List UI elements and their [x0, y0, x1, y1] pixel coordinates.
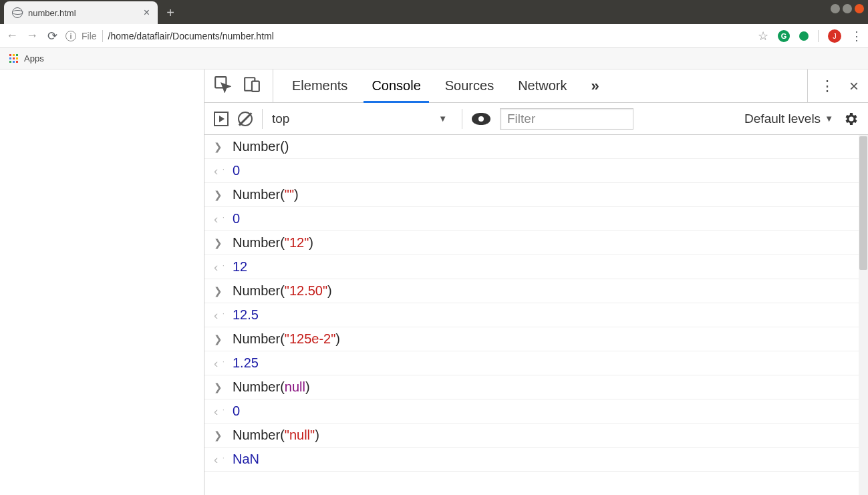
devtools-panel: Elements Console Sources Network » ⋮ × t… [204, 69, 868, 495]
new-tab-button[interactable]: + [160, 3, 180, 23]
chevron-down-icon: ▼ [825, 114, 833, 124]
toggle-drawer-icon[interactable] [214, 112, 229, 126]
globe-icon [12, 7, 23, 18]
chevron-right-icon: ❯ [214, 381, 223, 393]
inspect-element-icon[interactable] [214, 75, 231, 96]
scrollbar-thumb[interactable] [859, 136, 867, 270]
code-text: 0 [233, 211, 240, 226]
code-text: 0 [233, 403, 240, 419]
window-maximize-button[interactable] [843, 4, 852, 13]
console-input-row[interactable]: ❯Number() [204, 135, 868, 159]
tab-sources[interactable]: Sources [445, 69, 494, 102]
console-input-row[interactable]: ❯Number("null") [204, 424, 868, 448]
page-content [0, 69, 204, 495]
console-output-row[interactable]: 0 [204, 207, 868, 231]
extension-icon-dot[interactable] [799, 31, 809, 41]
forward-button[interactable]: → [25, 29, 39, 43]
code-text: Number(null) [233, 379, 310, 395]
clear-console-icon[interactable] [238, 112, 253, 126]
return-arrow-icon [214, 452, 223, 467]
bookmark-star-icon[interactable]: ☆ [758, 29, 768, 43]
tab-network[interactable]: Network [518, 69, 567, 102]
code-text: Number("12.50") [233, 283, 332, 299]
window-titlebar: number.html × + [0, 0, 868, 24]
back-button[interactable]: ← [5, 29, 19, 43]
console-output-row[interactable]: 1.25 [204, 351, 868, 375]
console-output-row[interactable]: NaN [204, 448, 868, 472]
code-text: Number("") [233, 187, 299, 202]
context-label: top [272, 112, 289, 126]
chrome-menu-icon[interactable]: ⋮ [851, 29, 863, 43]
devtools-menu-icon[interactable]: ⋮ [820, 77, 833, 95]
apps-grid-icon[interactable] [9, 54, 19, 63]
code-text: Number() [233, 139, 289, 154]
levels-label: Default levels [744, 112, 821, 126]
code-text: 0 [233, 163, 240, 178]
extension-icon-g[interactable]: G [778, 30, 790, 42]
return-arrow-icon [214, 308, 223, 323]
code-text: Number("null") [233, 428, 319, 443]
code-text: Number("12") [233, 235, 313, 251]
filter-placeholder: Filter [507, 112, 535, 126]
console-input-row[interactable]: ❯Number(null) [204, 375, 868, 399]
chevron-right-icon: ❯ [214, 333, 223, 345]
more-tabs-icon[interactable]: » [591, 77, 599, 95]
live-expression-eye-icon[interactable] [472, 113, 490, 125]
url-scheme: File [82, 31, 97, 41]
profile-avatar[interactable]: J [828, 29, 841, 43]
chevron-right-icon: ❯ [214, 285, 223, 297]
devtools-tabstrip: Elements Console Sources Network » ⋮ × [204, 69, 868, 103]
console-input-row[interactable]: ❯Number("125e-2") [204, 327, 868, 351]
console-output-row[interactable]: 0 [204, 159, 868, 183]
code-text: 12.5 [233, 307, 259, 323]
console-filter-input[interactable]: Filter [500, 108, 633, 130]
code-text: 1.25 [233, 355, 259, 371]
device-toggle-icon[interactable] [243, 75, 261, 96]
scrollbar[interactable] [859, 135, 868, 495]
log-levels-selector[interactable]: Default levels ▼ [744, 112, 833, 126]
code-text: NaN [233, 452, 259, 467]
svg-rect-2 [252, 81, 259, 92]
devtools-close-icon[interactable]: × [849, 77, 859, 96]
reload-button[interactable]: ⟳ [45, 29, 59, 43]
url-toolbar: ← → ⟳ i File /home/dataflair/Documents/n… [0, 24, 868, 48]
address-bar[interactable]: i File /home/dataflair/Documents/number.… [65, 30, 751, 42]
chevron-right-icon: ❯ [214, 430, 223, 442]
site-info-icon[interactable]: i [65, 31, 76, 41]
console-output-row[interactable]: 0 [204, 399, 868, 424]
return-arrow-icon [214, 164, 223, 178]
window-controls [831, 4, 864, 13]
return-arrow-icon [214, 356, 223, 371]
tab-elements[interactable]: Elements [292, 69, 347, 102]
close-icon[interactable]: × [144, 7, 150, 19]
code-text: 12 [233, 259, 247, 275]
window-minimize-button[interactable] [831, 4, 840, 13]
separator [818, 30, 819, 42]
console-output[interactable]: ❯Number()0❯Number("")0❯Number("12")12❯Nu… [204, 135, 868, 495]
code-text: Number("125e-2") [233, 331, 340, 347]
window-close-button[interactable] [855, 4, 864, 13]
return-arrow-icon [214, 404, 223, 419]
chevron-down-icon: ▼ [438, 114, 447, 124]
browser-tab[interactable]: number.html × [4, 1, 158, 24]
chevron-right-icon: ❯ [214, 141, 223, 153]
console-input-row[interactable]: ❯Number("") [204, 183, 868, 207]
tab-title: number.html [28, 8, 138, 18]
url-path: /home/dataflair/Documents/number.html [108, 31, 274, 41]
return-arrow-icon [214, 212, 223, 226]
chevron-right-icon: ❯ [214, 237, 223, 249]
console-toolbar: top ▼ Filter Default levels ▼ [204, 103, 868, 135]
console-input-row[interactable]: ❯Number("12") [204, 231, 868, 255]
console-settings-icon[interactable] [843, 111, 859, 127]
return-arrow-icon [214, 260, 223, 275]
bookmarks-bar: Apps [0, 48, 868, 69]
separator [102, 30, 103, 42]
console-input-row[interactable]: ❯Number("12.50") [204, 279, 868, 303]
apps-label[interactable]: Apps [24, 53, 44, 63]
tab-console[interactable]: Console [372, 69, 420, 102]
console-output-row[interactable]: 12.5 [204, 303, 868, 327]
chevron-right-icon: ❯ [214, 189, 223, 201]
execution-context-selector[interactable]: top ▼ [272, 112, 452, 126]
console-output-row[interactable]: 12 [204, 255, 868, 279]
